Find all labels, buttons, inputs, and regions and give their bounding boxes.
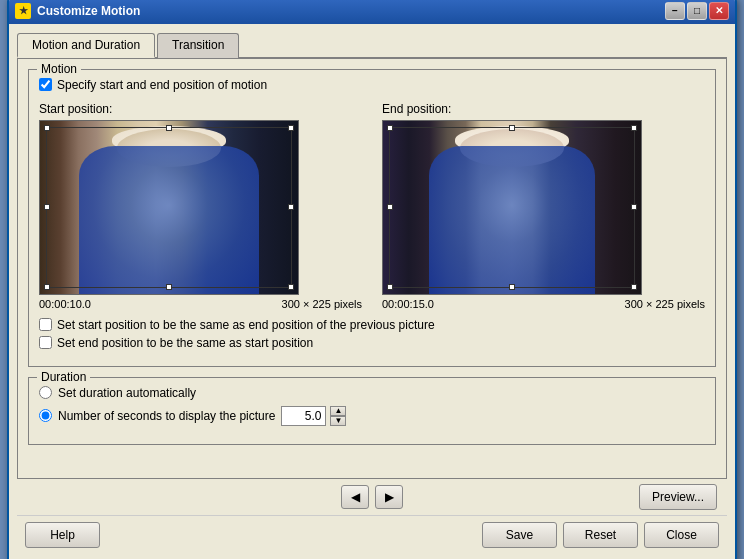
spinner-down-button[interactable]: ▼ [330,416,346,426]
specify-checkbox[interactable] [39,78,52,91]
seconds-input[interactable]: 5.0 [281,406,326,426]
start-position-block: Start position: [39,102,362,310]
nav-forward-button[interactable]: ▶ [375,485,403,509]
seconds-duration-label: Number of seconds to display the picture [58,409,275,423]
reset-button[interactable]: Reset [563,522,638,548]
motion-group-box: Motion Specify start and end position of… [28,69,716,367]
option2-checkbox[interactable] [39,336,52,349]
window-title: Customize Motion [37,4,665,18]
auto-duration-row: Set duration automatically [39,386,705,400]
close-button[interactable]: Close [644,522,719,548]
end-photo-canvas [383,121,641,294]
end-position-label: End position: [382,102,705,116]
title-bar: ★ Customize Motion − □ ✕ [9,0,735,24]
customize-motion-window: ★ Customize Motion − □ ✕ Motion and Dura… [7,0,737,559]
preview-right: Preview... [639,484,717,510]
tab-content-motion: Motion Specify start and end position of… [17,59,727,479]
tabs-bar: Motion and Duration Transition [17,32,727,59]
option2-label: Set end position to be the same as start… [57,336,313,350]
seconds-spinner: 5.0 ▲ ▼ [281,406,346,426]
auto-duration-label: Set duration automatically [58,386,196,400]
bottom-nav-area: ◀ ▶ Preview... [17,479,727,515]
title-bar-buttons: − □ ✕ [665,2,729,20]
bottom-buttons-right: Save Reset Close [482,522,719,548]
minimize-button[interactable]: − [665,2,685,20]
end-time: 00:00:15.0 [382,298,434,310]
motion-options: Set start position to be the same as end… [39,318,705,350]
end-figure [429,146,594,293]
duration-group-box: Duration Set duration automatically Numb… [28,377,716,445]
nav-preview-area: ◀ ▶ Preview... [27,485,717,509]
maximize-button[interactable]: □ [687,2,707,20]
auto-duration-radio[interactable] [39,386,52,399]
start-figure [79,146,260,293]
start-position-label: Start position: [39,102,362,116]
option1-row: Set start position to be the same as end… [39,318,705,332]
start-time: 00:00:10.0 [39,298,91,310]
specify-checkbox-row: Specify start and end position of motion [39,78,705,92]
window-close-button[interactable]: ✕ [709,2,729,20]
end-image-info: 00:00:15.0 300 × 225 pixels [382,298,705,310]
nav-center: ◀ ▶ [27,485,717,509]
end-image-container[interactable] [382,120,642,295]
tab-motion-duration[interactable]: Motion and Duration [17,33,155,58]
seconds-duration-row: Number of seconds to display the picture… [39,406,705,426]
spinner-up-button[interactable]: ▲ [330,406,346,416]
start-size: 300 × 225 pixels [282,298,362,310]
motion-group-title: Motion [37,62,81,76]
start-image-info: 00:00:10.0 300 × 225 pixels [39,298,362,310]
start-photo-canvas [40,121,298,294]
option1-label: Set start position to be the same as end… [57,318,435,332]
window-icon: ★ [15,3,31,19]
tab-transition[interactable]: Transition [157,33,239,58]
duration-group-title: Duration [37,370,90,384]
spinner-buttons: ▲ ▼ [330,406,346,426]
save-button[interactable]: Save [482,522,557,548]
nav-back-button[interactable]: ◀ [341,485,369,509]
option2-row: Set end position to be the same as start… [39,336,705,350]
option1-checkbox[interactable] [39,318,52,331]
start-image-container[interactable] [39,120,299,295]
specify-checkbox-label: Specify start and end position of motion [57,78,267,92]
end-position-block: End position: [382,102,705,310]
help-button[interactable]: Help [25,522,100,548]
seconds-duration-radio[interactable] [39,409,52,422]
window-content: Motion and Duration Transition Motion Sp… [9,24,735,560]
preview-button[interactable]: Preview... [639,484,717,510]
positions-row: Start position: [39,102,705,310]
end-size: 300 × 225 pixels [625,298,705,310]
bottom-bar: Help Save Reset Close [17,515,727,554]
